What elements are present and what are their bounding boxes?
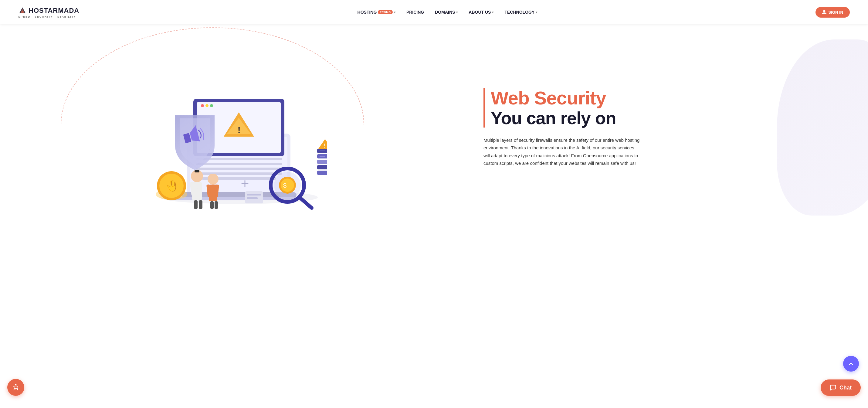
svg-point-9	[201, 104, 204, 107]
svg-rect-46	[210, 201, 214, 209]
nav-item-pricing[interactable]: PRICING	[406, 10, 424, 14]
svg-point-10	[206, 104, 209, 107]
hero-section: !	[0, 24, 868, 231]
headline-with-border: Web Security You can rely on	[484, 88, 844, 128]
illustration-container: !	[151, 42, 327, 213]
logo-name: HOSTARMADA	[18, 6, 79, 15]
nav-label-about: ABOUT US	[469, 10, 491, 14]
hero-content: Web Security You can rely on Multiple la…	[477, 69, 868, 186]
hero-headline-colored: Web Security	[491, 88, 616, 108]
svg-rect-40	[199, 200, 203, 209]
signin-button[interactable]: SIGN IN	[815, 7, 850, 18]
nav-item-technology[interactable]: TECHNOLOGY ▾	[504, 10, 537, 14]
chevron-down-icon: ▾	[492, 11, 494, 14]
nav-label-hosting: HOSTING	[358, 10, 377, 14]
hero-headline-dark: You can rely on	[491, 108, 616, 128]
svg-rect-30	[317, 170, 327, 175]
signin-label: SIGN IN	[829, 10, 843, 14]
svg-rect-29	[317, 165, 327, 169]
nav-label-domains: DOMAINS	[435, 10, 455, 14]
chevron-down-icon: ▾	[536, 11, 537, 14]
svg-point-52	[281, 179, 294, 192]
svg-point-11	[210, 104, 213, 107]
svg-text:!: !	[238, 125, 240, 135]
accent-border	[484, 88, 485, 128]
nav-label-technology: TECHNOLOGY	[504, 10, 534, 14]
logo-tagline: SPEED · SECURITY · STABILITY	[18, 15, 76, 18]
svg-rect-28	[317, 160, 327, 164]
nav-item-domains[interactable]: DOMAINS ▾	[435, 10, 458, 14]
navbar: HOSTARMADA SPEED · SECURITY · STABILITY …	[0, 0, 868, 24]
svg-rect-55	[247, 194, 261, 195]
svg-rect-18	[196, 172, 282, 175]
svg-rect-56	[247, 197, 258, 199]
svg-rect-39	[194, 200, 197, 209]
hero-description: Multiple layers of security firewalls en…	[484, 136, 641, 167]
svg-text:!: !	[324, 143, 326, 149]
nav-label-pricing: PRICING	[406, 10, 424, 14]
nav-item-hosting[interactable]: HOSTING PROMO ▾	[358, 10, 396, 14]
security-illustration: !	[151, 42, 327, 213]
chevron-down-icon: ▾	[394, 11, 396, 14]
nav-links: HOSTING PROMO ▾ PRICING DOMAINS ▾ ABOUT …	[358, 10, 537, 14]
chevron-down-icon: ▾	[456, 11, 458, 14]
svg-rect-17	[196, 167, 282, 170]
svg-rect-16	[196, 163, 282, 165]
signin-icon	[822, 10, 827, 14]
promo-badge: PROMO	[378, 10, 393, 14]
svg-point-42	[208, 174, 219, 185]
svg-rect-41	[194, 170, 199, 172]
logo[interactable]: HOSTARMADA SPEED · SECURITY · STABILITY	[18, 6, 79, 18]
headline-group: Web Security You can rely on	[491, 88, 616, 128]
svg-text:🤚: 🤚	[165, 179, 179, 192]
hero-illustration: !	[0, 24, 477, 231]
nav-item-about[interactable]: ABOUT US ▾	[469, 10, 494, 14]
svg-rect-47	[215, 201, 218, 209]
logo-icon	[18, 6, 27, 15]
svg-text:$: $	[283, 182, 286, 189]
